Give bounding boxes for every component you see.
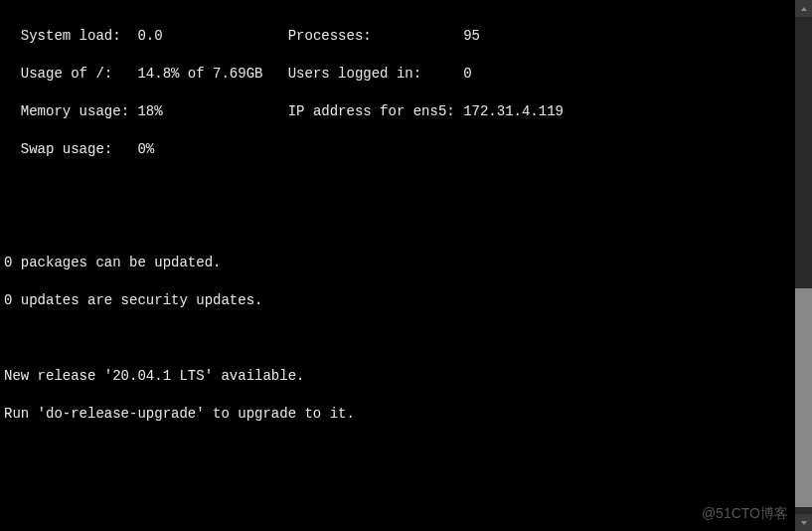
memory-label: Memory usage: bbox=[21, 103, 129, 119]
system-load-value: 0.0 bbox=[137, 28, 162, 44]
chevron-down-icon bbox=[800, 519, 808, 527]
users-value: 0 bbox=[463, 66, 471, 82]
ip-label: IP address for ens5: bbox=[288, 103, 455, 119]
processes-label: Processes: bbox=[288, 28, 372, 44]
scroll-thumb[interactable] bbox=[795, 288, 812, 507]
stats-row-3: Memory usage: 18% IP address for ens5: 1… bbox=[4, 102, 791, 121]
updates-security: 0 updates are security updates. bbox=[4, 291, 791, 310]
swap-value: 0% bbox=[137, 141, 154, 157]
users-label: Users logged in: bbox=[288, 66, 421, 82]
blank-line bbox=[4, 518, 791, 531]
blank-line bbox=[4, 329, 791, 348]
stats-row-4: Swap usage: 0% bbox=[4, 140, 791, 159]
scroll-up-button[interactable] bbox=[795, 0, 812, 17]
processes-value: 95 bbox=[463, 28, 480, 44]
stats-row-2: Usage of /: 14.8% of 7.69GB Users logged… bbox=[4, 65, 791, 84]
blank-line bbox=[4, 216, 791, 235]
chevron-up-icon bbox=[800, 5, 808, 13]
blank-line bbox=[4, 442, 791, 461]
release-line-2: Run 'do-release-upgrade' to upgrade to i… bbox=[4, 405, 791, 424]
blank-line bbox=[4, 178, 791, 197]
swap-label: Swap usage: bbox=[21, 141, 112, 157]
terminal-output[interactable]: System load: 0.0 Processes: 95 Usage of … bbox=[0, 0, 795, 531]
usage-label: Usage of /: bbox=[21, 66, 112, 82]
usage-value: 14.8% of 7.69GB bbox=[137, 66, 262, 82]
stats-row-1: System load: 0.0 Processes: 95 bbox=[4, 27, 791, 46]
updates-packages: 0 packages can be updated. bbox=[4, 254, 791, 272]
scrollbar[interactable] bbox=[795, 0, 812, 531]
blank-line bbox=[4, 480, 791, 499]
release-line-1: New release '20.04.1 LTS' available. bbox=[4, 367, 791, 386]
system-load-label: System load: bbox=[21, 28, 121, 44]
ip-value: 172.31.4.119 bbox=[463, 103, 564, 119]
memory-value: 18% bbox=[137, 103, 162, 119]
scroll-down-button[interactable] bbox=[795, 514, 812, 531]
watermark: @51CTO博客 bbox=[702, 505, 788, 523]
